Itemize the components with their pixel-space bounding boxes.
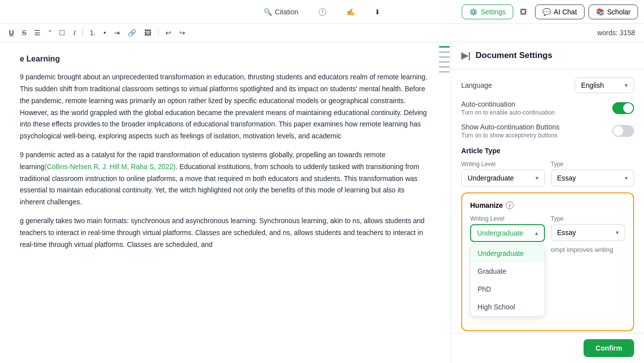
citation-button[interactable]: 🔍 Citation [260,6,302,18]
image-button[interactable]: 🖼 [141,27,154,39]
writing-level-select[interactable]: Undergraduate ▾ [461,170,545,186]
auto-continuation-label: Auto-continuation [461,100,555,108]
writing-level-label: Writing Level [461,161,545,168]
share-icon[interactable]: ⛋ [517,4,531,19]
show-buttons-info: Show Auto-continuation Buttons Turn on t… [461,123,559,139]
confirm-button[interactable]: Confirm [584,339,634,357]
show-buttons-label: Show Auto-continuation Buttons [461,123,559,131]
language-row: Language English ▾ [461,77,634,93]
chevron-down-icon-2: ▾ [536,175,538,182]
chevron-down-icon-4: ▾ [616,229,619,236]
italic-button[interactable]: I [70,27,78,39]
toolbar-right: ⚙️ Settings ⛋ 💬 AI Chat 📚 Scholar [462,4,638,19]
ordered-list-button[interactable]: 1. [87,27,99,39]
undo-button[interactable]: ↩ [162,27,174,39]
settings-label: Settings [481,8,506,16]
panel-body: Language English ▾ Auto-continuation Tur… [451,69,644,333]
humanize-title-row: Humanize i [470,201,625,209]
humanize-section: Humanize i Writing Level Undergraduate ▴… [461,192,634,331]
right-panel: ▶| Document Settings Language English ▾ … [451,42,644,363]
divider [82,28,83,37]
type-label: Type [551,161,635,168]
ai-chat-button[interactable]: 💬 AI Chat [535,4,585,19]
humanize-type-value: Essay [557,229,576,237]
humanize-label: Humanize [470,201,503,209]
scroll-mark-3 [439,61,450,62]
settings-icon: ⚙️ [469,8,478,16]
scroll-indicators [439,42,450,76]
align-button[interactable]: ☰ [31,27,44,39]
language-label: Language [461,81,492,89]
dropdown-item-phd[interactable]: PhD [471,280,544,298]
ai-chat-label: AI Chat [554,8,577,16]
scroll-mark-4 [439,66,450,67]
article-type-row: Writing Level Undergraduate ▾ Type Essay… [461,161,634,186]
chevron-up-icon: ▴ [535,230,538,237]
bullet-list-button[interactable]: • [101,27,109,39]
scholar-button[interactable]: 📚 Scholar [589,4,638,19]
scholar-icon: 📚 [596,8,604,16]
panel-header: ▶| Document Settings [451,42,644,69]
language-value: English [581,81,604,89]
auto-continuation-sub: Turn on to enable auto-continuation [461,109,555,116]
box-button[interactable]: ☐ [56,27,68,39]
download-button[interactable]: ⬇ [371,6,384,18]
humanize-type-wrapper: Type Essay ▾ ompt improves writing [551,215,626,316]
chevron-down-icon: ▾ [625,82,628,89]
show-buttons-sub: Turn on to show accept/retry buttons [461,132,559,139]
humanize-writing-level-select[interactable]: Undergraduate ▴ [470,224,545,242]
quote-button[interactable]: " [46,27,54,39]
editor-toolbar: U S ☰ " ☐ I 1. • ⇥ 🔗 🖼 ↩ ↪ words: 3158 [0,24,644,42]
show-buttons-toggle[interactable] [612,125,634,137]
citation-icon: 🔍 [264,8,272,16]
show-buttons-row: Show Auto-continuation Buttons Turn on t… [461,123,634,139]
dropdown-item-undergraduate[interactable]: Undergraduate [471,244,544,262]
top-toolbar: 🔍 Citation 🕐 ✍️ ⬇ ⚙️ Settings ⛋ 💬 AI Cha… [0,0,644,24]
scroll-mark-green [439,46,450,48]
redo-button[interactable]: ↪ [176,27,188,39]
writing-level-value: Undergraduate [468,174,514,182]
toggle-knob [623,103,633,113]
paragraph-2: 9 pandemic acted as a catalyst for the r… [20,149,431,208]
panel-header-icon: ▶| [461,50,471,61]
language-select[interactable]: English ▾ [575,77,634,93]
info-icon[interactable]: i [506,201,514,209]
toolbar-center: 🔍 Citation 🕐 ✍️ ⬇ [260,6,384,18]
paragraph-3: g generally takes two main formats: sync… [20,215,431,250]
main-area: e Learning 9 pandemic brought about an u… [0,42,644,363]
citation-link[interactable]: (Collins-Nelsen R, J. Hill M, Raha S, 20… [45,163,176,171]
scholar-label: Scholar [607,8,631,16]
scroll-mark-2 [439,57,450,58]
humanize-writing-level-label: Writing Level [470,215,545,222]
type-value: Essay [557,174,576,182]
link-button[interactable]: 🔗 [125,27,139,39]
section-heading: e Learning [20,52,431,65]
history-button[interactable]: 🕐 [314,6,330,18]
prompt-text-area: ompt improves writing [551,245,626,254]
editor-area[interactable]: e Learning 9 pandemic brought about an u… [0,42,451,363]
download-icon: ⬇ [375,8,380,16]
settings-button[interactable]: ⚙️ Settings [462,4,513,19]
writing-level-dropdown: Undergraduate Graduate PhD High School [470,244,545,316]
ai-write-icon: ✍️ [346,8,355,16]
auto-continuation-info: Auto-continuation Turn on to enable auto… [461,100,555,116]
type-select[interactable]: Essay ▾ [551,170,635,186]
article-type-title: Article Type [461,147,634,155]
humanize-type-select[interactable]: Essay ▾ [551,224,626,241]
panel-footer: Confirm [451,333,644,363]
auto-continuation-toggle[interactable] [612,102,634,114]
dropdown-item-graduate[interactable]: Graduate [471,262,544,280]
divider2 [158,28,159,37]
ai-write-button[interactable]: ✍️ [342,6,359,18]
word-count: words: 3158 [594,27,638,39]
ai-chat-icon: 💬 [542,8,551,16]
citation-label: Citation [275,8,298,16]
history-icon: 🕐 [318,8,326,16]
indent-button[interactable]: ⇥ [111,27,123,39]
humanize-writing-level-wrapper: Writing Level Undergraduate ▴ Undergradu… [470,215,545,316]
scroll-mark-1 [439,52,450,53]
auto-continuation-row: Auto-continuation Turn on to enable auto… [461,100,634,116]
dropdown-item-highschool[interactable]: High School [471,298,544,316]
underline-button[interactable]: U [6,27,17,39]
strikethrough-button[interactable]: S [19,27,29,39]
